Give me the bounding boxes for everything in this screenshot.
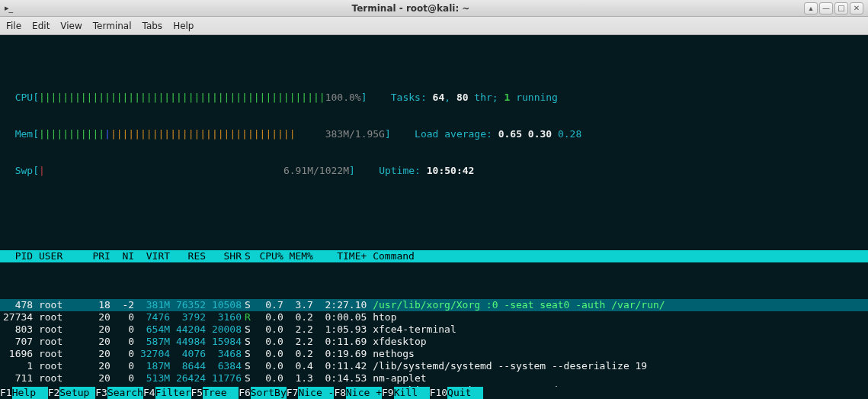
terminal-icon: ▸_	[5, 3, 13, 13]
table-row[interactable]: 707root200587M4498415984S0.02.20:11.69xf…	[0, 336, 868, 348]
fkey-label: F1	[0, 387, 12, 398]
window-titlebar: ▸_ Terminal - root@kali: ~ ▴ — □ ✕	[0, 0, 868, 17]
menu-terminal[interactable]: Terminal	[93, 21, 132, 31]
menu-help[interactable]: Help	[173, 21, 194, 31]
mem-meter: Mem[||||||||||||||||||||||||||||||||||||…	[0, 128, 868, 140]
close-button[interactable]: ✕	[850, 2, 863, 14]
fkey-action[interactable]: Help	[12, 387, 48, 399]
menu-tabs[interactable]: Tabs	[143, 21, 163, 31]
fkey-label: F9	[382, 387, 394, 398]
fkey-action[interactable]: SortBy	[251, 387, 287, 399]
fkey-label: F10	[430, 387, 447, 398]
fkey-action[interactable]: Filter	[155, 387, 191, 399]
fkey-label: F4	[143, 387, 155, 398]
fkey-label: F7	[287, 387, 299, 398]
fkey-label: F2	[48, 387, 60, 398]
table-row[interactable]: 803root200654M4420420008S0.02.21:05.93xf…	[0, 323, 868, 336]
fkey-action[interactable]: Nice -	[298, 387, 334, 399]
fkey-action[interactable]: Tree	[203, 387, 239, 399]
maximize-button[interactable]: □	[834, 2, 848, 14]
fkey-label: F6	[239, 387, 251, 398]
table-row[interactable]: 1root200187M86446384S0.00.40:11.42/lib/s…	[0, 360, 868, 372]
swp-meter: Swp[| 6.91M/1022M] Uptime: 10:50:42	[0, 165, 868, 177]
fkey-action[interactable]: Setup	[59, 387, 95, 399]
column-header[interactable]: PIDUSERPRINIVIRTRESSHRSCPU%MEM%TIME+Comm…	[0, 250, 868, 262]
menu-file[interactable]: File	[6, 21, 21, 31]
process-list[interactable]: 478root18-2381M7635210508S0.73.72:27.10/…	[0, 299, 868, 399]
table-row[interactable]: 27734root200747637923160R0.00.20:00.05ht…	[0, 311, 868, 323]
fkey-action[interactable]: Search	[107, 387, 143, 399]
window-buttons: ▴ — □ ✕	[804, 2, 863, 14]
table-row[interactable]: 1696root2003270440763468S0.00.20:19.69ne…	[0, 348, 868, 360]
minimize-button[interactable]: —	[819, 2, 833, 14]
fkey-label: F5	[191, 387, 203, 398]
fkey-label: F8	[334, 387, 346, 398]
shade-button[interactable]: ▴	[804, 2, 818, 14]
fkey-action[interactable]: Quit	[447, 387, 483, 399]
table-row[interactable]: 478root18-2381M7635210508S0.73.72:27.10/…	[0, 299, 868, 311]
fkey-label: F3	[95, 387, 107, 398]
menu-edit[interactable]: Edit	[32, 21, 50, 31]
terminal-area[interactable]: CPU[||||||||||||||||||||||||||||||||||||…	[0, 35, 868, 399]
fkey-action[interactable]: Nice +	[346, 387, 382, 399]
table-row[interactable]: 711root200513M2642411776S0.01.30:14.53nm…	[0, 372, 868, 385]
function-bar: F1Help F2Setup F3SearchF4FilterF5Tree F6…	[0, 387, 868, 399]
window-title: Terminal - root@kali: ~	[18, 3, 804, 14]
menu-view[interactable]: View	[60, 21, 82, 31]
fkey-action[interactable]: Kill	[394, 387, 430, 399]
cpu-meter: CPU[||||||||||||||||||||||||||||||||||||…	[0, 92, 868, 104]
menubar: File Edit View Terminal Tabs Help	[0, 17, 868, 35]
